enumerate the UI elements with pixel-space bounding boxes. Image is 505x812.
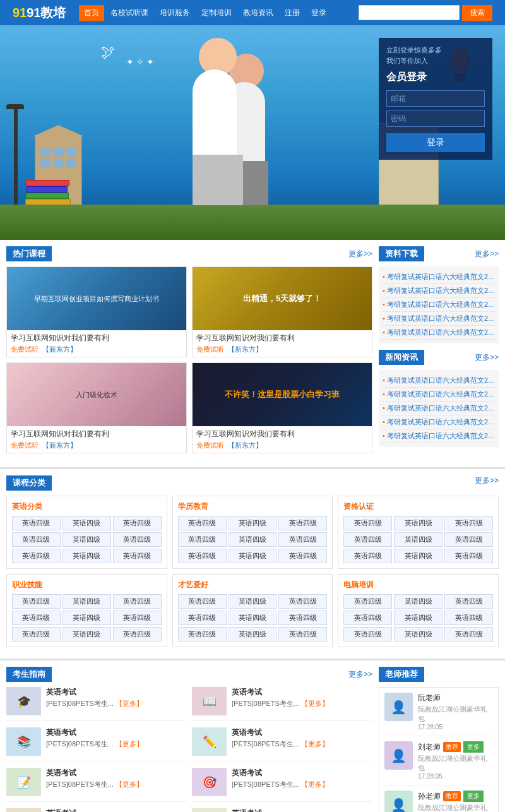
banner-people <box>101 47 360 205</box>
course-thumb-4[interactable]: 不许笑！这里是股票小白学习班 <box>193 363 372 426</box>
cat-tag[interactable]: 英语四级 <box>12 532 61 547</box>
nav-home[interactable]: 首页 <box>79 5 104 21</box>
cat-tag[interactable]: 英语四级 <box>343 549 392 563</box>
login-button[interactable]: 登录 <box>386 133 485 152</box>
cat-tag[interactable]: 英语四级 <box>343 627 392 642</box>
cat-tag[interactable]: 英语四级 <box>62 516 111 530</box>
cat-tag[interactable]: 英语四级 <box>343 516 392 530</box>
download-item-2[interactable]: 考研复试英语口语六大经典范文2... <box>383 284 495 298</box>
cat-tag[interactable]: 英语四级 <box>444 627 493 642</box>
news-item-2[interactable]: 考研复试英语口语六大经典范文2... <box>383 388 495 402</box>
course-thumb-1[interactable]: 早期互联网创业项目如何撰写商业计划书 <box>7 267 186 330</box>
course-grid: 早期互联网创业项目如何撰写商业计划书 学习互联网知识对我们要有利 免费试听 【新… <box>6 266 372 453</box>
download-item-1[interactable]: 考研复试英语口语六大经典范文2... <box>383 270 495 284</box>
cat-tag[interactable]: 英语四级 <box>62 549 111 563</box>
news-item-5[interactable]: 考研复试英语口语六大经典范文2... <box>383 429 495 443</box>
course-thumb-2[interactable]: 出精通，5天就够了！ <box>193 267 372 330</box>
cat-tag[interactable]: 英语四级 <box>343 594 392 609</box>
cat-tag[interactable]: 英语四级 <box>113 611 162 625</box>
cat-tag[interactable]: 英语四级 <box>62 532 111 547</box>
category-more[interactable]: 更多>> <box>475 475 499 491</box>
cat-tag[interactable]: 英语四级 <box>62 611 111 625</box>
cat-tag[interactable]: 英语四级 <box>229 516 277 530</box>
cat-tag[interactable]: 英语四级 <box>113 516 162 530</box>
course-thumb-3[interactable]: 入门级化妆术 <box>7 363 186 426</box>
cat-tag[interactable]: 英语四级 <box>444 611 493 625</box>
cat-tag[interactable]: 英语四级 <box>343 532 392 547</box>
cat-tag[interactable]: 英语四级 <box>12 611 61 625</box>
cat-tag[interactable]: 英语四级 <box>278 532 327 547</box>
cat-tag[interactable]: 英语四级 <box>113 594 162 609</box>
login-tagline1: 立刻登录惊喜多多 <box>386 45 485 55</box>
cat-tag[interactable]: 英语四级 <box>394 549 443 563</box>
cat-tag[interactable]: 英语四级 <box>178 627 227 642</box>
cat-tag[interactable]: 英语四级 <box>229 594 277 609</box>
cat-tag[interactable]: 英语四级 <box>444 549 493 563</box>
username-input[interactable] <box>386 90 485 107</box>
hot-courses-more[interactable]: 更多>> <box>348 249 372 260</box>
news-item-1[interactable]: 考研复试英语口语六大经典范文2... <box>383 374 495 388</box>
cat-tag[interactable]: 英语四级 <box>178 532 227 547</box>
cat-tag[interactable]: 英语四级 <box>178 516 227 530</box>
nav-news[interactable]: 教培资讯 <box>238 5 278 21</box>
nav-custom[interactable]: 定制培训 <box>196 5 237 21</box>
cat-tag[interactable]: 英语四级 <box>444 594 493 609</box>
cat-tag[interactable]: 英语四级 <box>394 611 443 625</box>
teacher-more-btn-2[interactable]: 更多 <box>463 741 484 753</box>
cat-tag[interactable]: 英语四级 <box>278 594 327 609</box>
cat-tag[interactable]: 英语四级 <box>229 611 277 625</box>
teacher-more-btn-3[interactable]: 更多 <box>463 791 484 802</box>
nav-trial[interactable]: 名校试听课 <box>105 5 153 21</box>
cat-tag[interactable]: 英语四级 <box>113 627 162 642</box>
guide-item-more-3[interactable]: 【更多】 <box>116 780 143 788</box>
cat-tag[interactable]: 英语四级 <box>394 516 443 530</box>
cat-tag[interactable]: 英语四级 <box>394 532 443 547</box>
download-item-5[interactable]: 考研复试英语口语六大经典范文2... <box>383 326 495 340</box>
news-item-3[interactable]: 考研复试英语口语六大经典范文2... <box>383 402 495 415</box>
nav-register[interactable]: 注册 <box>280 5 305 21</box>
cat-box-english-title: 英语分类 <box>12 501 162 512</box>
cat-tag[interactable]: 英语四级 <box>12 594 61 609</box>
teacher-title: 老师推荐 <box>379 667 424 682</box>
search-input[interactable] <box>359 5 460 20</box>
cat-tag[interactable]: 英语四级 <box>394 594 443 609</box>
guide-item-more-7[interactable]: 【更多】 <box>301 780 329 788</box>
guide-item-more-5[interactable]: 【更多】 <box>301 700 329 707</box>
hot-courses-title: 热门课程 <box>6 246 52 261</box>
password-input[interactable] <box>386 110 485 127</box>
cat-tag[interactable]: 英语四级 <box>278 627 327 642</box>
cat-tag[interactable]: 英语四级 <box>12 549 61 563</box>
cat-tag[interactable]: 英语四级 <box>394 627 443 642</box>
cat-tag[interactable]: 英语四级 <box>113 549 162 563</box>
guide-more[interactable]: 更多>> <box>348 669 372 680</box>
cat-tag[interactable]: 英语四级 <box>113 532 162 547</box>
cat-tag[interactable]: 英语四级 <box>343 611 392 625</box>
news-more[interactable]: 更多>> <box>475 352 499 363</box>
nav-login[interactable]: 登录 <box>306 5 331 21</box>
download-more[interactable]: 更多>> <box>475 249 499 260</box>
cat-tag[interactable]: 英语四级 <box>278 516 327 530</box>
cat-tag[interactable]: 英语四级 <box>278 549 327 563</box>
cat-tag[interactable]: 英语四级 <box>278 611 327 625</box>
cat-tag[interactable]: 英语四级 <box>62 627 111 642</box>
download-item-3[interactable]: 考研复试英语口语六大经典范文2... <box>383 298 495 312</box>
cat-tag[interactable]: 英语四级 <box>12 627 61 642</box>
cat-tag[interactable]: 英语四级 <box>12 516 61 530</box>
search-button[interactable]: 搜索 <box>462 5 492 21</box>
cat-tag[interactable]: 英语四级 <box>444 532 493 547</box>
cat-tag[interactable]: 英语四级 <box>444 516 493 530</box>
cat-tag[interactable]: 英语四级 <box>229 627 277 642</box>
guide-item-more-2[interactable]: 【更多】 <box>116 740 143 748</box>
cat-tag[interactable]: 英语四级 <box>178 594 227 609</box>
cat-tag[interactable]: 英语四级 <box>178 611 227 625</box>
guide-item-more-6[interactable]: 【更多】 <box>301 740 329 748</box>
cat-tag[interactable]: 英语四级 <box>229 549 277 563</box>
cat-tag[interactable]: 英语四级 <box>178 549 227 563</box>
download-item-4[interactable]: 考研复试英语口语六大经典范文2... <box>383 312 495 326</box>
nav-service[interactable]: 培训服务 <box>155 5 195 21</box>
cat-tag[interactable]: 英语四级 <box>62 594 111 609</box>
teacher-badge-2: 推荐 <box>443 742 461 752</box>
cat-tag[interactable]: 英语四级 <box>229 532 277 547</box>
news-item-4[interactable]: 考研复试英语口语六大经典范文2... <box>383 415 495 429</box>
guide-item-more-1[interactable]: 【更多】 <box>116 700 143 707</box>
